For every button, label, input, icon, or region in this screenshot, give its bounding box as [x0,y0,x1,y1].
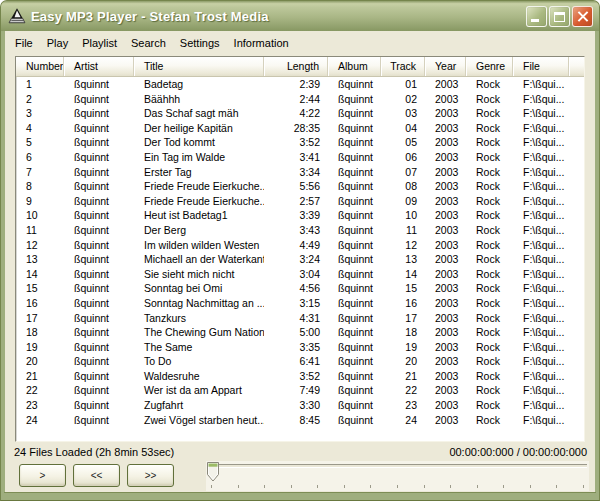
menu-play[interactable]: Play [40,35,75,51]
table-row[interactable]: 17ßquinntTanzkurs4:31ßquinnt172003RockF:… [16,311,584,326]
cell-length: 5:00 [264,325,328,340]
cell-length: 3:52 [264,135,328,150]
menu-file[interactable]: File [8,35,40,51]
table-row[interactable]: 19ßquinntThe Same3:35ßquinnt192003RockF:… [16,340,584,355]
cell-album: ßquinnt [328,325,381,340]
cell-number: 18 [16,325,64,340]
cell-year: 2003 [425,92,466,107]
cell-title: Ein Tag im Walde [134,150,264,165]
cell-artist: ßquinnt [64,165,134,180]
cell-year: 2003 [425,311,466,326]
cell-genre: Rock [466,398,513,413]
cell-track: 19 [381,340,425,355]
menu-settings[interactable]: Settings [173,35,227,51]
table-row[interactable]: 22ßquinntWer ist da am Appart7:49ßquinnt… [16,383,584,398]
maximize-button[interactable] [549,6,570,27]
cell-file: F:\ßqui... [513,238,569,253]
cell-artist: ßquinnt [64,208,134,223]
cell-album: ßquinnt [328,340,381,355]
minimize-button[interactable] [526,6,547,27]
cell-number: 8 [16,179,64,194]
table-row[interactable]: 21ßquinntWaldesruhe3:52ßquinnt212003Rock… [16,369,584,384]
cell-number: 19 [16,340,64,355]
cell-album: ßquinnt [328,92,381,107]
table-row[interactable]: 12ßquinntIm wilden wilden Westen4:49ßqui… [16,238,584,253]
cell-title: Erster Tag [134,165,264,180]
cell-artist: ßquinnt [64,135,134,150]
column-header-artist[interactable]: Artist [64,57,134,76]
cell-album: ßquinnt [328,267,381,282]
cell-genre: Rock [466,281,513,296]
menu-playlist[interactable]: Playlist [75,35,124,51]
table-row[interactable]: 16ßquinntSonntag Nachmittag an ...3:15ßq… [16,296,584,311]
menu-information[interactable]: Information [227,35,296,51]
cell-track: 24 [381,413,425,428]
column-header-title[interactable]: Title [134,57,264,76]
cell-file: F:\ßqui... [513,296,569,311]
cell-genre: Rock [466,369,513,384]
previous-button[interactable]: << [73,464,120,487]
cell-length: 3:34 [264,165,328,180]
cell-number: 7 [16,165,64,180]
cell-year: 2003 [425,121,466,136]
cell-file: F:\ßqui... [513,398,569,413]
table-row[interactable]: 3ßquinntDas Schaf sagt mäh4:22ßquinnt032… [16,106,584,121]
table-row[interactable]: 13ßquinntMichaell an der Waterkant3:24ßq… [16,252,584,267]
cell-file: F:\ßqui... [513,354,569,369]
table-row[interactable]: 15ßquinntSonntag bei Omi4:56ßquinnt15200… [16,281,584,296]
table-row[interactable]: 8ßquinntFriede Freude Eierkuche...5:56ßq… [16,179,584,194]
seek-slider[interactable] [206,461,589,491]
cell-length: 3:04 [264,267,328,282]
table-row[interactable]: 14ßquinntSie sieht mich nicht3:04ßquinnt… [16,267,584,282]
tick-mark [503,485,504,488]
table-row[interactable]: 24ßquinntZwei Vögel starben heut...8:45ß… [16,413,584,428]
table-row[interactable]: 10ßquinntHeut ist Badetag13:39ßquinnt102… [16,208,584,223]
table-row[interactable]: 5ßquinntDer Tod kommt3:52ßquinnt052003Ro… [16,135,584,150]
cell-title: Sonntag bei Omi [134,281,264,296]
cell-title: Sie sieht mich nicht [134,267,264,282]
tick-mark [344,485,345,488]
cell-number: 15 [16,281,64,296]
column-header-track[interactable]: Track [381,57,425,76]
cell-album: ßquinnt [328,354,381,369]
column-header-file[interactable]: File [513,57,569,76]
column-header-number[interactable]: Number [16,57,64,76]
cell-number: 4 [16,121,64,136]
cell-number: 6 [16,150,64,165]
slider-thumb[interactable] [207,462,219,482]
table-row[interactable]: 11ßquinntDer Berg3:43ßquinnt112003RockF:… [16,223,584,238]
table-row[interactable]: 23ßquinntZugfahrt3:30ßquinnt232003RockF:… [16,398,584,413]
table-row[interactable]: 1ßquinntBadetag2:39ßquinnt012003RockF:\ß… [16,77,584,92]
cell-number: 14 [16,267,64,282]
tick-mark [317,485,318,488]
tick-mark [397,485,398,488]
cell-title: Friede Freude Eierkuche... [134,194,264,209]
cell-track: 12 [381,238,425,253]
table-row[interactable]: 18ßquinntThe Chewing Gum Nation5:00ßquin… [16,325,584,340]
play-button[interactable]: > [19,464,66,487]
title-bar[interactable]: Easy MP3 Player - Stefan Trost Media [1,1,599,31]
table-row[interactable]: 9ßquinntFriede Freude Eierkuche...2:57ßq… [16,194,584,209]
table-row[interactable]: 20ßquinntTo Do6:41ßquinnt202003RockF:\ßq… [16,354,584,369]
column-header-length[interactable]: Length [264,57,328,76]
table-row[interactable]: 4ßquinntDer heilige Kapitän28:35ßquinnt0… [16,121,584,136]
close-button[interactable] [572,6,593,27]
cell-number: 23 [16,398,64,413]
cell-album: ßquinnt [328,208,381,223]
table-row[interactable]: 7ßquinntErster Tag3:34ßquinnt072003RockF… [16,165,584,180]
next-button[interactable]: >> [127,464,174,487]
column-header-year[interactable]: Year [425,57,466,76]
playlist-listview: Number Artist Title Length Album Track Y… [15,56,585,442]
table-row[interactable]: 2ßquinntBäähhh2:44ßquinnt022003RockF:\ßq… [16,92,584,107]
menu-search[interactable]: Search [124,35,173,51]
slider-track[interactable] [208,464,587,468]
cell-genre: Rock [466,311,513,326]
cell-file: F:\ßqui... [513,208,569,223]
column-header-genre[interactable]: Genre [466,57,513,76]
cell-number: 5 [16,135,64,150]
cell-title: Sonntag Nachmittag an ... [134,296,264,311]
cell-year: 2003 [425,165,466,180]
table-row[interactable]: 6ßquinntEin Tag im Walde3:41ßquinnt06200… [16,150,584,165]
column-header-album[interactable]: Album [328,57,381,76]
cell-file: F:\ßqui... [513,281,569,296]
